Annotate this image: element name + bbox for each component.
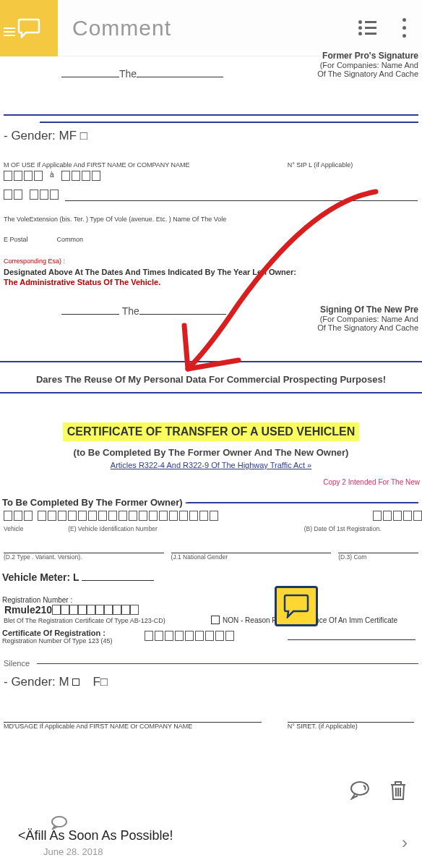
form-row: MD'USAGE If Applicable And FIRST NAME Or…	[0, 711, 422, 730]
action-bar	[349, 780, 408, 801]
page-title: Comment	[58, 16, 358, 41]
comment-marker[interactable]	[275, 586, 318, 626]
form-row: The Signing Of The New Pre (For Companie…	[0, 305, 422, 332]
divider	[188, 502, 418, 503]
field-label: Certificate Of Registration :	[2, 629, 130, 637]
field-label: The VoleExtension (bis. Ter. ) Type Of V…	[0, 216, 422, 223]
gender-row-1: - Gender: MF □	[0, 129, 422, 143]
chevron-right-icon[interactable]: ›	[402, 833, 408, 853]
list-view-button[interactable]	[358, 18, 379, 38]
trash-icon[interactable]	[389, 780, 408, 801]
statement-text: Designated Above At The Dates And Times …	[0, 268, 422, 276]
divider	[0, 361, 422, 362]
form-row: Registration Number : Rmule210 Blet Of T…	[0, 590, 422, 624]
separator-char: à	[50, 171, 54, 181]
field-label: N° SIP L (if Applicable)	[288, 161, 418, 169]
app-header: Comment	[0, 0, 422, 56]
comment-date: June 28. 2018	[43, 846, 402, 857]
comment-footer[interactable]: <Äfill As Soon As Possible! June 28. 201…	[0, 821, 422, 868]
statement-text: The Administrative Status Of The Vehicle…	[0, 278, 422, 286]
field-label: Registration Number Of Type 123 (45)	[2, 637, 130, 644]
field-label: Corresponding Esa) :	[0, 258, 422, 265]
input-boxes	[0, 511, 422, 521]
field-label: Blet Of The Registration Certificate Of …	[0, 617, 211, 624]
comment-small-icon	[51, 815, 68, 830]
form-row: E Postal Common	[0, 236, 422, 243]
input-boxes: à	[0, 171, 422, 181]
prospect-statement: Dares The Reuse Of My Personal Data For …	[0, 368, 422, 391]
divider	[0, 392, 422, 393]
silence-row: Silence	[0, 659, 422, 668]
comment-message: <Äfill As Soon As Possible!	[18, 828, 402, 843]
comment-preview: <Äfill As Soon As Possible! June 28. 201…	[14, 828, 402, 857]
signature-block-2: Signing Of The New Pre (For Companies: N…	[317, 305, 422, 332]
speech-bubble-icon	[282, 594, 311, 618]
field-label: MD'USAGE If Applicable And FIRST NAME Or…	[4, 723, 266, 730]
field-label: Common	[57, 236, 84, 243]
menu-button[interactable]	[0, 0, 58, 56]
certificate-title: CERTIFICATE OF TRANSFER OF A USED VEHICL…	[63, 422, 360, 441]
certificate-subtitle: (to Be Completed By The Former Owner And…	[0, 447, 422, 458]
comment-icon	[16, 18, 42, 38]
hamburger-icon	[4, 25, 15, 38]
meter-row: Vehicle Meter: L	[0, 571, 422, 583]
divider	[40, 122, 418, 123]
field-label: M OF USE If Applicable And FIRST NAME Or…	[4, 161, 266, 169]
gender-row-2: - Gender: M F□	[0, 675, 422, 689]
checkbox[interactable]	[211, 616, 220, 624]
reply-icon[interactable]	[349, 780, 371, 800]
document-view[interactable]: The Former Pro's Signature (For Companie…	[0, 56, 422, 733]
field-label: N° SIRET. (if Applicable)	[288, 723, 418, 730]
overflow-menu-button[interactable]	[397, 16, 411, 40]
form-row: Certificate Of Registration : Registrati…	[0, 629, 422, 644]
copy-note: Copy 2 Intended For The New	[0, 478, 422, 486]
form-row: Vehicle (E) Vehicle Identification Numbe…	[0, 524, 422, 534]
field-label: Registration Number :	[0, 596, 211, 604]
divider	[4, 114, 418, 116]
certificate-link[interactable]: Articles R322-4 And R322-9 Of The Highwa…	[0, 461, 422, 469]
registration-value: Rmule210	[2, 604, 52, 616]
form-row: (D.2 Type . Variant. Version). (J.1 Nati…	[0, 541, 422, 562]
input-boxes	[0, 190, 422, 201]
field-label: E Postal	[4, 236, 28, 243]
form-row: M OF USE If Applicable And FIRST NAME Or…	[0, 161, 422, 169]
